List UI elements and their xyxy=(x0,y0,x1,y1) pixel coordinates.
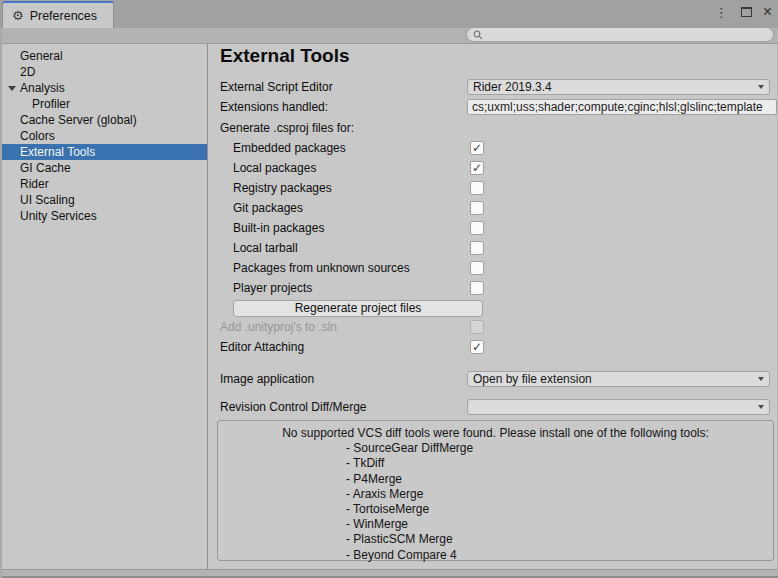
csproj-package-row: Built-in packages xyxy=(208,218,778,238)
checkbox[interactable] xyxy=(470,261,484,275)
checkbox-label: Local packages xyxy=(233,160,316,176)
add-unityproj-checkbox xyxy=(470,320,484,334)
tab-title: Preferences xyxy=(30,9,97,23)
editor-attaching-checkbox[interactable] xyxy=(470,340,484,354)
left-edge xyxy=(0,28,2,578)
checkbox-label: Packages from unknown sources xyxy=(233,260,410,276)
page-title: External Tools xyxy=(220,45,350,67)
csproj-package-row: Packages from unknown sources xyxy=(208,258,778,278)
vcs-tool-item: - Beyond Compare 4 xyxy=(346,548,773,563)
script-editor-dropdown[interactable]: Rider 2019.3.4 xyxy=(467,79,770,95)
csproj-package-row: Git packages xyxy=(208,198,778,218)
checkbox-label: Local tarball xyxy=(233,240,298,256)
sidebar-item[interactable]: Profiler xyxy=(2,96,207,112)
search-input[interactable] xyxy=(487,29,767,41)
script-editor-label: External Script Editor xyxy=(220,79,333,95)
vcs-tool-item: - SourceGear DiffMerge xyxy=(346,441,773,456)
close-icon[interactable]: × xyxy=(763,4,772,20)
sidebar-item[interactable]: General xyxy=(2,48,207,64)
search-icon xyxy=(473,30,483,40)
vcs-tool-item: - P4Merge xyxy=(346,472,773,487)
title-bar: ⚙ Preferences ⋮ × xyxy=(0,0,778,28)
checkbox-label: Player projects xyxy=(233,280,312,296)
sidebar-item[interactable]: GI Cache xyxy=(2,160,207,176)
sidebar-item[interactable]: Cache Server (global) xyxy=(2,112,207,128)
sidebar-item-label: Analysis xyxy=(20,81,65,95)
checkbox[interactable] xyxy=(470,141,484,155)
sidebar: General 2D Analysis Profiler Cache Serve… xyxy=(2,44,207,569)
vcs-tool-item: - PlasticSCM Merge xyxy=(346,532,773,547)
revision-control-label: Revision Control Diff/Merge xyxy=(220,399,367,415)
sidebar-item[interactable]: Colors xyxy=(2,128,207,144)
tab-preferences[interactable]: ⚙ Preferences xyxy=(2,1,114,28)
checkbox[interactable] xyxy=(470,201,484,215)
vcs-tool-item: - Araxis Merge xyxy=(346,487,773,502)
window-menu-icon[interactable]: ⋮ xyxy=(713,6,730,19)
vcs-helpbox-message: No supported VCS diff tools were found. … xyxy=(218,426,773,441)
checkbox-label: Git packages xyxy=(233,200,303,216)
sidebar-item-label: 2D xyxy=(20,65,35,79)
checkbox[interactable] xyxy=(470,161,484,175)
sidebar-item-label: Cache Server (global) xyxy=(20,113,137,127)
csproj-package-row: Local packages xyxy=(208,158,778,178)
sidebar-item-label: GI Cache xyxy=(20,161,71,175)
sidebar-item[interactable]: Unity Services xyxy=(2,208,207,224)
csproj-package-row: Embedded packages xyxy=(208,138,778,158)
sidebar-item[interactable]: UI Scaling xyxy=(2,192,207,208)
vcs-helpbox: No supported VCS diff tools were found. … xyxy=(217,420,774,561)
add-unityproj-label: Add .unityproj's to .sln xyxy=(220,319,337,335)
extensions-input[interactable]: cs;uxml;uss;shader;compute;cginc;hlsl;gl… xyxy=(467,99,777,115)
sidebar-item-label: Rider xyxy=(20,177,49,191)
csproj-package-row: Registry packages xyxy=(208,178,778,198)
checkbox[interactable] xyxy=(470,221,484,235)
search-field[interactable] xyxy=(466,27,774,42)
csproj-package-row: Local tarball xyxy=(208,238,778,258)
sidebar-item-label: External Tools xyxy=(20,145,95,159)
sidebar-item-label: UI Scaling xyxy=(20,193,75,207)
image-application-dropdown[interactable]: Open by file extension xyxy=(467,371,770,387)
checkbox-label: Registry packages xyxy=(233,180,332,196)
csproj-checkbox-group: Embedded packages Local packages Registr… xyxy=(208,138,778,298)
csproj-package-row: Player projects xyxy=(208,278,778,298)
foldout-caret-icon[interactable] xyxy=(8,86,16,91)
vcs-tool-item: - TortoiseMerge xyxy=(346,502,773,517)
extensions-label: Extensions handled: xyxy=(220,99,328,115)
sidebar-item-label: General xyxy=(20,49,63,63)
sidebar-item[interactable]: Rider xyxy=(2,176,207,192)
checkbox-label: Built-in packages xyxy=(233,220,324,236)
checkbox-label: Embedded packages xyxy=(233,140,346,156)
gear-icon: ⚙ xyxy=(12,9,24,22)
sidebar-item-label: Unity Services xyxy=(20,209,97,223)
sidebar-item[interactable]: Analysis xyxy=(2,80,207,96)
vcs-tool-item: - WinMerge xyxy=(346,517,773,532)
sidebar-item[interactable]: External Tools xyxy=(2,144,207,160)
sidebar-item-label: Profiler xyxy=(32,97,70,111)
checkbox[interactable] xyxy=(470,181,484,195)
generate-csproj-header: Generate .csproj files for: xyxy=(220,120,354,136)
vcs-tool-item: - TkDiff xyxy=(346,456,773,471)
sidebar-item-label: Colors xyxy=(20,129,55,143)
regenerate-project-files-button[interactable]: Regenerate project files xyxy=(233,300,483,317)
sidebar-item[interactable]: 2D xyxy=(2,64,207,80)
sidebar-divider xyxy=(207,44,208,569)
preferences-window: ⚙ Preferences ⋮ × General 2D xyxy=(0,0,778,578)
editor-attaching-label: Editor Attaching xyxy=(220,339,304,355)
checkbox[interactable] xyxy=(470,241,484,255)
image-application-label: Image application xyxy=(220,371,314,387)
revision-control-dropdown[interactable] xyxy=(467,399,770,415)
vcs-tool-list: - SourceGear DiffMerge - TkDiff - P4Merg… xyxy=(218,441,773,563)
window-controls: ⋮ × xyxy=(713,0,772,24)
checkbox[interactable] xyxy=(470,281,484,295)
maximize-icon[interactable] xyxy=(741,7,752,17)
